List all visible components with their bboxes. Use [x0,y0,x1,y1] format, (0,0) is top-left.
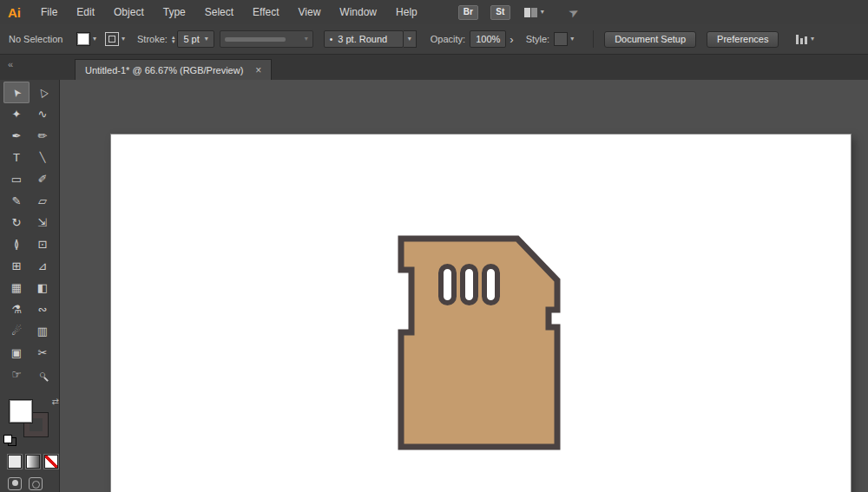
artboard-icon: ▣ [11,346,22,359]
blend-icon: ∾ [38,303,48,316]
direct-selection-tool[interactable]: ▷ [30,82,56,103]
control-bar: No Selection ▾ ▾ Stroke: ▴ ▾ 5 pt ▾ ▾ • … [0,24,868,55]
artboard[interactable] [111,134,851,492]
color-mode-button[interactable] [8,455,22,469]
opacity-panel-arrow-icon[interactable]: › [510,33,513,46]
direct-selection-icon: ▷ [36,86,50,100]
opacity-input[interactable]: 100% [470,30,506,48]
stepper-down-icon[interactable]: ▾ [172,39,175,43]
menu-edit[interactable]: Edit [67,6,104,18]
fill-swatch[interactable] [9,399,33,423]
sd-card-artwork[interactable] [391,230,569,456]
eyedropper-icon: ⚗ [11,303,22,316]
rectangle-tool[interactable]: ▭ [3,168,30,190]
scale-icon: ⇲ [38,216,48,229]
sd-card-slot [484,266,497,303]
type-tool[interactable]: T [3,147,30,168]
paintbrush-icon: ✐ [38,173,48,186]
brush-definition-value: 3 pt. Round [338,34,387,44]
chevron-down-icon: ▾ [93,36,96,43]
style-dropdown[interactable]: ▾ [554,32,574,46]
chevron-down-icon: ▾ [205,36,208,43]
blend-tool[interactable]: ∾ [30,298,56,320]
draw-behind-button[interactable] [29,477,43,490]
arrange-documents-button[interactable]: ▾ [524,8,544,17]
brush-definition-chevron-button[interactable]: ▾ [404,30,417,48]
selection-icon: ➤ [9,85,23,99]
menu-type[interactable]: Type [154,6,195,18]
menu-select[interactable]: Select [195,6,243,18]
close-tab-icon[interactable]: × [255,64,261,76]
rectangle-icon: ▭ [11,173,22,186]
menu-window[interactable]: Window [330,6,386,18]
width-profile-dropdown[interactable]: ▾ [220,30,313,48]
gradient-tool[interactable]: ◧ [30,277,56,298]
pen-tool[interactable]: ✒ [3,125,30,147]
chevron-down-icon: ▾ [305,36,308,43]
chevron-down-icon: ▾ [811,36,814,43]
share-icon[interactable]: ➤ [566,3,582,21]
rotate-tool[interactable]: ↻ [3,212,30,233]
stroke-weight-stepper[interactable]: ▴ ▾ [172,35,175,43]
selection-status: No Selection [9,34,76,44]
zoom-tool[interactable]: ○ [30,364,56,385]
stock-button[interactable]: St [490,5,510,20]
fill-color-swatch-icon [76,32,90,46]
panel-options-icon [796,35,807,44]
width-tool[interactable]: ≬ [3,233,30,255]
menu-view[interactable]: View [289,6,331,18]
chevron-down-icon: ▾ [541,9,544,16]
shaper-tool[interactable]: ✎ [3,190,30,212]
width-profile-icon [225,37,286,42]
lasso-tool[interactable]: ∿ [30,103,56,125]
perspective-grid-tool[interactable]: ⊿ [30,255,56,277]
document-setup-button[interactable]: Document Setup [604,31,696,48]
brush-definition-dropdown[interactable]: • 3 pt. Round [324,30,404,48]
free-transform-tool[interactable]: ⊡ [30,233,56,255]
draw-normal-button[interactable] [8,477,22,490]
selection-tool[interactable]: ➤ [3,82,30,103]
stroke-color-dropdown[interactable]: ▾ [105,32,125,46]
symbol-sprayer-tool[interactable]: ☄ [3,320,30,342]
shape-builder-icon: ⊞ [12,259,22,272]
pencil-tool[interactable]: ✏ [30,125,56,147]
menu-effect[interactable]: Effect [243,6,288,18]
chevron-down-icon: ▾ [122,36,125,43]
column-graph-tool[interactable]: ▥ [30,320,56,342]
artboard-tool[interactable]: ▣ [3,342,30,364]
eraser-tool[interactable]: ▱ [30,190,56,212]
gradient-mode-button[interactable] [26,455,40,469]
shaper-icon: ✎ [12,194,22,207]
style-label: Style: [526,34,550,44]
default-fill-stroke-icon[interactable] [3,435,16,446]
preferences-button[interactable]: Preferences [707,31,779,48]
canvas-area[interactable] [60,80,868,492]
zoom-icon: ○ [39,368,46,381]
mesh-tool[interactable]: ▦ [3,277,30,298]
free-transform-icon: ⊡ [38,238,48,251]
opacity-label: Opacity: [431,34,465,44]
swap-fill-stroke-icon[interactable]: ⇄ [52,397,59,406]
line-segment-tool[interactable]: ╲ [30,147,56,168]
collapse-panel-icon[interactable]: « [8,59,13,69]
shape-builder-tool[interactable]: ⊞ [3,255,30,277]
style-swatch-icon [554,32,568,46]
menu-bar-right: Br St ▾ ➤ [446,5,579,20]
document-tab[interactable]: Untitled-1* @ 66.67% (RGB/Preview) × [75,59,272,80]
menu-help[interactable]: Help [386,6,427,18]
menu-bar: Ai FileEditObjectTypeSelectEffectViewWin… [0,0,868,25]
menu-file[interactable]: File [31,6,67,18]
none-mode-button[interactable] [44,455,58,469]
fill-color-dropdown[interactable]: ▾ [76,32,96,46]
hand-tool[interactable]: ☞ [3,364,30,385]
slice-tool[interactable]: ✂ [30,342,56,364]
paintbrush-tool[interactable]: ✐ [30,168,56,190]
control-panel-menu-button[interactable]: ▾ [796,35,814,44]
scale-tool[interactable]: ⇲ [30,212,56,233]
menu-object[interactable]: Object [104,6,154,18]
tools-panel: ➤▷✦∿✒✏T╲▭✐✎▱↻⇲≬⊡⊞⊿▦◧⚗∾☄▥▣✂☞○ ⇄ [0,80,60,492]
bridge-button[interactable]: Br [458,5,478,20]
magic-wand-tool[interactable]: ✦ [3,103,30,125]
eyedropper-tool[interactable]: ⚗ [3,298,30,320]
stroke-weight-select[interactable]: 5 pt ▾ [177,30,214,48]
